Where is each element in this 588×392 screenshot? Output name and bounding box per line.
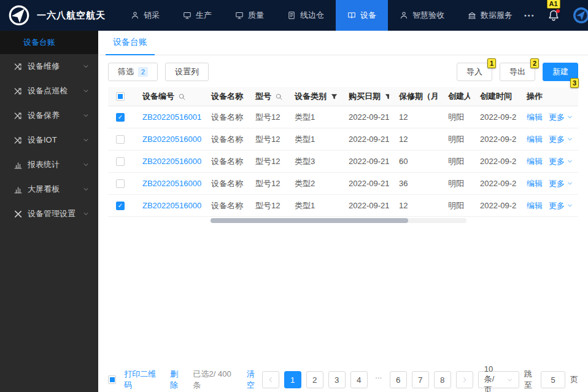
- model-cell: 型号12: [246, 156, 285, 167]
- brand-name: 一六八航空航天: [37, 10, 106, 22]
- jump-label: 跳至: [524, 369, 536, 391]
- notification-bell-button[interactable]: A1: [547, 9, 560, 22]
- sidebar-item-label: 设备保养: [28, 110, 60, 121]
- nav-item-data-service[interactable]: 数据服务: [456, 0, 524, 31]
- purchase-date-cell: 2022-09-21: [339, 112, 389, 122]
- more-menu-button[interactable]: •••: [524, 12, 535, 19]
- filter-label: 筛选: [118, 66, 134, 77]
- more-button[interactable]: 更多: [549, 156, 573, 167]
- purchase-date-cell: 2022-09-21: [339, 201, 389, 210]
- device-code-link[interactable]: ZB202205160008: [142, 157, 201, 166]
- edit-button[interactable]: 编辑: [527, 134, 543, 145]
- column-header-actions: 操作: [517, 91, 578, 102]
- column-header-name[interactable]: 设备名称: [201, 91, 246, 102]
- chevdown-icon: [567, 180, 573, 187]
- shuffle-icon: [14, 62, 23, 71]
- column-header-model[interactable]: 型号: [246, 91, 285, 102]
- print-qrcode-button[interactable]: 打印二维码: [124, 369, 162, 391]
- page-button-7[interactable]: 7: [412, 371, 429, 388]
- page-button-2[interactable]: 2: [306, 371, 323, 388]
- edit-button[interactable]: 编辑: [527, 156, 543, 167]
- column-settings-button[interactable]: 设置列: [165, 63, 209, 81]
- table-header: 设备编号设备名称型号设备类别购买日期保修期（月）创建人创建时间操作: [108, 87, 578, 106]
- more-button[interactable]: 更多: [549, 178, 573, 189]
- column-header-category[interactable]: 设备类别: [285, 91, 339, 102]
- actions-cell: 编辑更多: [517, 178, 578, 189]
- sidebar-item-label: 设备点巡检: [28, 85, 68, 96]
- sidebar-item-device-maintenance[interactable]: 设备保养: [0, 103, 98, 128]
- page-button-1[interactable]: 1: [284, 371, 301, 388]
- sidebar-item-label: 大屏看板: [28, 184, 60, 195]
- nav-item-line-warehouse[interactable]: 线边仓: [276, 0, 336, 31]
- nav-item-quality[interactable]: 质量: [223, 0, 276, 31]
- sidebar-item-device-ledger[interactable]: 设备台账: [0, 31, 98, 54]
- column-label: 保修期（月）: [399, 91, 438, 102]
- horizontal-scrollbar-thumb[interactable]: [211, 218, 408, 223]
- edit-button[interactable]: 编辑: [527, 178, 543, 189]
- shuffle-icon: [14, 111, 23, 120]
- page-ellipsis[interactable]: ...: [373, 371, 385, 388]
- chart-icon: [14, 160, 23, 170]
- more-button[interactable]: 更多: [549, 134, 573, 145]
- clear-selection-button[interactable]: 清空: [247, 369, 262, 391]
- sidebar-item-device-iot[interactable]: 设备IOT: [0, 128, 98, 152]
- nav-item-device[interactable]: 设备: [336, 0, 388, 31]
- filter-button[interactable]: 筛选 2: [108, 63, 158, 81]
- row-checkbox[interactable]: [116, 113, 125, 122]
- edit-button[interactable]: 编辑: [527, 112, 543, 123]
- more-button[interactable]: 更多: [549, 112, 573, 123]
- export-button[interactable]: 2 导出: [500, 63, 535, 81]
- sidebar-item-device-settings[interactable]: 设备管理设置: [0, 202, 98, 226]
- column-header-created-at[interactable]: 创建时间: [470, 91, 517, 102]
- hint-badge-2: 2: [530, 58, 539, 68]
- prev-page-button[interactable]: [262, 371, 279, 388]
- column-label: 型号: [255, 91, 271, 102]
- column-label: 设备名称: [211, 91, 243, 102]
- device-code-link[interactable]: ZB202205160009: [142, 135, 201, 144]
- edit-button[interactable]: 编辑: [527, 200, 543, 211]
- horizontal-scrollbar-track[interactable]: [211, 218, 466, 223]
- jump-page-input[interactable]: [541, 371, 565, 388]
- select-all-checkbox[interactable]: [116, 92, 125, 101]
- column-header-purchase-date[interactable]: 购买日期: [339, 91, 389, 102]
- nav-item-production[interactable]: 生产: [171, 0, 223, 31]
- device-code-link[interactable]: ZB202205160010: [142, 112, 201, 122]
- nav-item-smart-acceptance[interactable]: 智慧验收: [388, 0, 456, 31]
- create-button[interactable]: 3 新建: [543, 63, 578, 81]
- column-header-code[interactable]: 设备编号: [133, 91, 201, 102]
- search-icon: [178, 93, 186, 101]
- actions-cell: 编辑更多: [517, 134, 578, 145]
- delete-button[interactable]: 删除: [170, 369, 185, 391]
- sidebar-item-label: 报表统计: [28, 159, 60, 170]
- chevron-right-icon: [461, 376, 468, 383]
- nav-item-sales[interactable]: 销采: [119, 0, 171, 31]
- sidebar-item-device-repair[interactable]: 设备维修: [0, 54, 98, 79]
- shuffle-icon: [14, 136, 23, 145]
- monitor-icon: [183, 11, 191, 20]
- table-footer: 打印二维码 删除 已选2/ 400 条 清空 1234...678 10条/页 …: [98, 367, 588, 392]
- sidebar-item-report-statistics[interactable]: 报表统计: [0, 152, 98, 177]
- page-button-8[interactable]: 8: [434, 371, 451, 388]
- page-button-6[interactable]: 6: [390, 371, 407, 388]
- user-menu[interactable]: 吴东阳: [572, 0, 588, 32]
- more-button[interactable]: 更多: [549, 200, 573, 211]
- device-code-link[interactable]: ZB202205160006: [142, 201, 201, 210]
- device-code-link[interactable]: ZB202205160007: [142, 179, 201, 188]
- import-button[interactable]: 1 导入: [457, 63, 492, 81]
- row-checkbox[interactable]: [116, 135, 125, 144]
- sidebar-item-device-inspection[interactable]: 设备点巡检: [0, 79, 98, 103]
- row-checkbox[interactable]: [116, 179, 125, 188]
- footer-select-all-checkbox[interactable]: [108, 375, 116, 384]
- page-button-4[interactable]: 4: [350, 371, 368, 388]
- row-checkbox[interactable]: [116, 157, 125, 166]
- row-checkbox[interactable]: [116, 202, 125, 210]
- creator-cell: 明阳: [438, 178, 470, 189]
- user-avatar: [572, 6, 588, 25]
- page-button-3[interactable]: 3: [328, 371, 346, 388]
- table-row: ZB202205160006设备名称型号12类型12022-09-2112明阳2…: [108, 195, 578, 217]
- chart-icon: [14, 185, 23, 194]
- tab-device-ledger[interactable]: 设备台账: [109, 37, 151, 55]
- next-page-button[interactable]: [456, 371, 473, 388]
- page-size-select[interactable]: 10条/页: [478, 371, 519, 388]
- sidebar-item-big-screen[interactable]: 大屏看板: [0, 177, 98, 202]
